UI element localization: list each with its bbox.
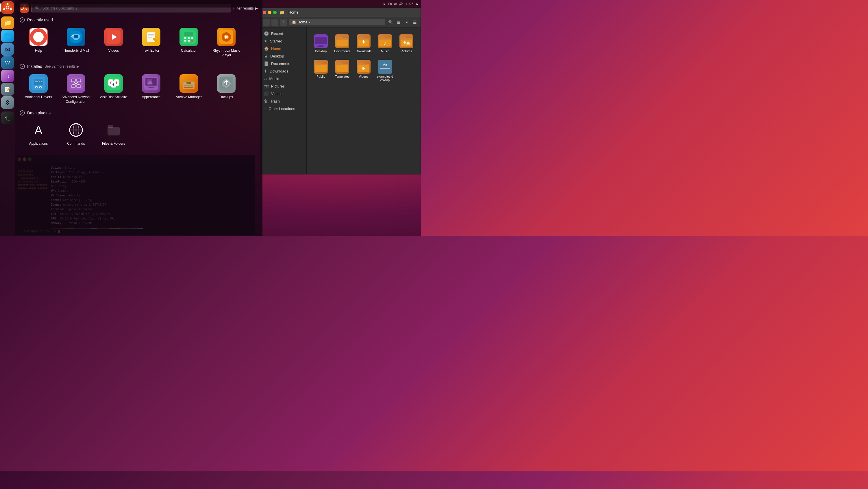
installed-header: ✓ Installed See 82 more results ▶ [15, 62, 262, 70]
app-drivers-icon [29, 74, 48, 93]
fm-view-toggle-btn[interactable]: ⊞ [395, 19, 402, 26]
app-rhythmbox[interactable]: Rhythmbox Music Player [208, 25, 245, 60]
sound-indicator[interactable]: 🔊 [399, 2, 403, 6]
plugin-applications-icon: A [29, 121, 48, 139]
network-indicator[interactable]: ⇅ [383, 2, 385, 6]
fm-sidebar-home[interactable]: 🏠 Home [260, 45, 306, 52]
fm-public-file-icon [314, 60, 328, 74]
fm-file-downloads[interactable]: Downloads [354, 32, 373, 55]
launcher-firefox[interactable]: 🌐 [1, 30, 14, 42]
fm-file-pictures[interactable]: Pictures [397, 32, 416, 55]
fm-up-icon: ↑ [283, 20, 284, 24]
fm-file-public[interactable]: Public [311, 58, 330, 84]
fm-sidebar-music[interactable]: ♫ Music [260, 75, 306, 82]
dash-plugins-grid: A Applications Commands [15, 117, 262, 150]
svg-text:♪: ♪ [384, 40, 386, 46]
language-indicator[interactable]: En [388, 2, 392, 5]
app-additional-drivers[interactable]: Additional Drivers [20, 71, 57, 107]
see-more-results[interactable]: See 82 more results ▶ [44, 64, 79, 68]
svg-text:♦: ♦ [115, 80, 118, 85]
app-solitaire[interactable]: ♥ ♠ ♦ AisleRiot Solitaire [95, 71, 132, 107]
file-manager-window: 📁 Home ‹ › ↑ 🏠 Home ▾ 🔍 ⊞ ▾ ☰ 🕐 Recen [260, 7, 421, 174]
fm-home-sidebar-icon: 🏠 [264, 46, 269, 51]
fm-nav-up[interactable]: ↑ [280, 19, 287, 26]
fm-close-btn[interactable] [263, 11, 266, 14]
svg-rect-16 [148, 35, 154, 36]
fm-min-btn[interactable] [268, 11, 271, 14]
launcher-files[interactable]: 📁 [1, 17, 14, 29]
fm-sidebar-desktop[interactable]: 🖥 Desktop [260, 52, 306, 60]
launcher-terminal[interactable]: $_ [1, 111, 14, 124]
fm-sidebar-pictures[interactable]: 📷 Pictures [260, 82, 306, 90]
app-backups[interactable]: Backups [208, 71, 245, 107]
app-archive-manager[interactable]: Archive Manager [170, 71, 208, 107]
svg-rect-23 [191, 37, 193, 39]
recently-used-title: Recently used [27, 18, 53, 22]
fm-file-desktop[interactable]: Desktop [311, 32, 330, 55]
fm-sidebar-documents[interactable]: 📄 Documents [260, 60, 306, 67]
launcher-evolution[interactable]: ✉ [1, 43, 14, 56]
fm-templates-file-icon [335, 60, 349, 74]
fm-forward-icon: › [274, 20, 275, 24]
fm-file-videos[interactable]: Videos [354, 58, 373, 84]
mail-indicator[interactable]: ✉ [394, 2, 397, 6]
app-appearance-icon [142, 74, 160, 93]
app-videos-label: Videos [108, 48, 119, 53]
app-appearance[interactable]: Appearance [132, 71, 170, 107]
fm-toolbar: ‹ › ↑ 🏠 Home ▾ 🔍 ⊞ ▾ ☰ [260, 17, 421, 27]
plugin-commands[interactable]: Commands [57, 118, 95, 149]
app-network-config[interactable]: Advanced Network Configuration [57, 71, 95, 107]
fm-menu-btn[interactable]: ☰ [411, 19, 418, 26]
app-text-editor[interactable]: Text Editor [132, 25, 170, 60]
plugin-files-label: Files & Folders [102, 141, 125, 146]
launcher-writer[interactable]: W [1, 56, 14, 69]
fm-file-music[interactable]: ♪ Music [375, 32, 395, 55]
fm-pictures-file-label: Pictures [401, 50, 412, 53]
fm-sidebar-other-locations[interactable]: + Other Locations [260, 105, 306, 112]
app-help[interactable]: Help [20, 25, 57, 60]
plugin-files-folders[interactable]: Files & Folders [95, 118, 132, 149]
fm-sidebar-recent[interactable]: 🕐 Recent [260, 30, 306, 37]
svg-rect-22 [188, 37, 190, 39]
svg-point-9 [26, 9, 27, 10]
svg-rect-26 [191, 40, 193, 42]
svg-rect-45 [76, 85, 81, 88]
fm-desktop-file-icon [314, 34, 328, 48]
clock[interactable]: 11:25 [405, 2, 413, 5]
fm-search-btn[interactable]: 🔍 [387, 19, 394, 26]
fm-file-documents[interactable]: Documents [333, 32, 352, 55]
plugin-applications[interactable]: A Applications [20, 118, 57, 149]
fm-recent-icon: 🕐 [264, 31, 269, 36]
launcher-app1[interactable]: ♫ [1, 70, 14, 82]
launcher-ubuntu-logo[interactable] [1, 1, 14, 14]
svg-rect-83 [315, 37, 327, 44]
svg-rect-43 [76, 79, 81, 82]
fm-downloads-label: Downloads [270, 69, 288, 73]
fm-sidebar-starred[interactable]: ★ Starred [260, 37, 306, 45]
session-indicator[interactable]: ⚙ [416, 2, 418, 6]
fm-pictures-label: Pictures [271, 84, 285, 88]
app-network-icon [67, 74, 85, 93]
fm-file-examples[interactable]: Aa examples.desktop [375, 58, 395, 84]
fm-max-btn[interactable] [273, 11, 277, 14]
app-thunderbird-label: Thunderbird Mail [63, 48, 89, 53]
fm-music-icon: ♫ [264, 76, 267, 81]
svg-rect-94 [380, 68, 390, 69]
svg-point-8 [21, 9, 23, 10]
fm-sidebar-downloads[interactable]: ⬇ Downloads [260, 67, 306, 75]
app-thunderbird[interactable]: Thunderbird Mail [57, 25, 95, 60]
fm-sort-btn[interactable]: ▾ [403, 19, 410, 26]
launcher-settings[interactable]: ⚙ [1, 96, 14, 109]
launcher-app2[interactable]: 📝 [1, 83, 14, 96]
fm-location-bar[interactable]: 🏠 Home ▾ [289, 19, 385, 25]
svg-text:Aa: Aa [383, 63, 387, 66]
fm-file-templates[interactable]: Templates [333, 58, 352, 84]
fm-sidebar-videos[interactable]: 🎬 Videos [260, 90, 306, 97]
fm-sidebar-trash[interactable]: 🗑 Trash [260, 97, 306, 105]
app-calculator[interactable]: Calculator [170, 25, 208, 60]
app-videos[interactable]: Videos [95, 25, 132, 60]
svg-rect-63 [148, 88, 155, 88]
fm-nav-forward[interactable]: › [271, 19, 278, 26]
fm-nav-back[interactable]: ‹ [263, 19, 270, 26]
fm-back-icon: ‹ [266, 20, 267, 24]
